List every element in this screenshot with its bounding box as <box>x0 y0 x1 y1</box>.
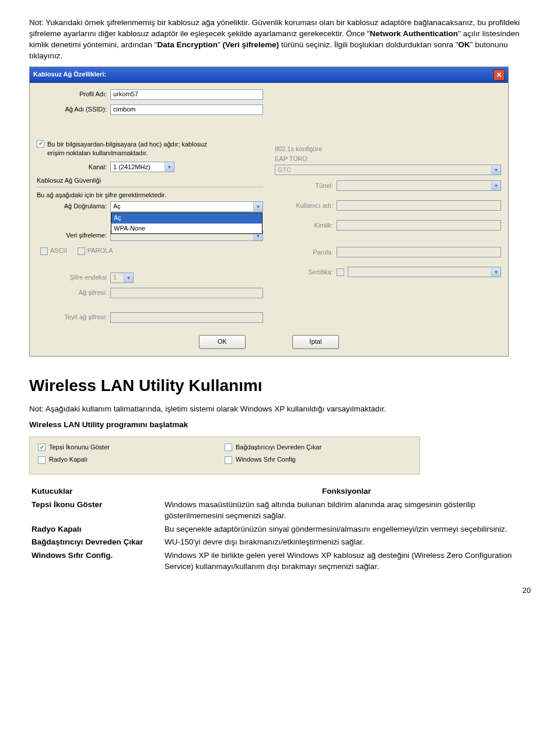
section-heading: Wireless LAN Utility Kullanımı <box>29 374 531 397</box>
ok-button[interactable]: OK <box>199 335 246 349</box>
usage-note: Not: Aşağıdaki kullanım talimatlarında, … <box>29 404 531 415</box>
ascii-checkbox <box>40 247 48 255</box>
username-label: Kullanıcı adı: <box>275 201 337 210</box>
chevron-down-icon: ▼ <box>491 267 501 277</box>
username-input <box>337 200 501 211</box>
options-box-figure: ✔ Tepsi İkonunu Göster Radyo Kapalı Bağd… <box>29 437 420 474</box>
parola-label: PAROLA <box>88 246 113 255</box>
table-row: Radyo Kapalı Bu seçenekle adaptörünüzün … <box>29 523 531 536</box>
auth-combo[interactable]: Aç ▼ Aç WPA-None <box>110 201 263 212</box>
key-index-label: Şifre endeksi <box>37 273 110 282</box>
channel-label: Kanal: <box>37 163 110 172</box>
close-icon[interactable]: ✕ <box>494 69 505 81</box>
chevron-down-icon: ▼ <box>491 165 501 174</box>
row2-name: Radyo Kapalı <box>29 523 162 536</box>
adhoc-checkbox-label: Bu bir bilgisayardan-bilgisayara (ad hoc… <box>47 140 222 158</box>
chevron-down-icon: ▼ <box>124 273 133 282</box>
auth-option-open[interactable]: Aç <box>111 213 262 223</box>
table-header-functions: Fonksiyonlar <box>162 485 531 498</box>
radio-off-label: Radyo Kapalı <box>49 455 88 464</box>
eap-config-label-2: EAP TÜRÜ: <box>275 155 501 163</box>
tunnel-label: Tünel: <box>275 181 337 190</box>
table-row: Bağdaştırıcıyı Devreden Çıkar WU-150'yi … <box>29 536 531 549</box>
eap-config-label-1: 802.1x konfigüre <box>275 145 501 153</box>
start-utility-heading: Wireless LAN Utility programını başlatma… <box>29 420 531 431</box>
page-number: 20 <box>29 585 531 596</box>
password-input <box>337 247 501 257</box>
password-label: Parola: <box>275 248 337 257</box>
tray-icon-checkbox[interactable]: ✔ <box>38 444 46 451</box>
ssid-label: Ağ Adı (SSID): <box>37 105 110 114</box>
auth-dropdown-list: Aç WPA-None <box>111 212 262 234</box>
auth-option-wpanone[interactable]: WPA-None <box>111 224 262 233</box>
row4-name: Windows Sıfır Config. <box>29 549 162 574</box>
profile-name-label: Profil Adı: <box>37 90 110 99</box>
key-index-combo: 1 ▼ <box>110 273 134 283</box>
table-header-boxes: Kutucuklar <box>29 485 162 498</box>
dialog-title: Kablosuz Ağ Özellikleri: <box>33 70 106 79</box>
windows-zero-checkbox[interactable] <box>225 456 232 464</box>
certificate-label: Sertifika: <box>275 268 337 277</box>
windows-zero-label: Windows Sıfır Config <box>236 455 296 464</box>
table-row: Tepsi İkonu Göster Windows masaüstünüzün… <box>29 498 531 523</box>
confirm-key-input <box>110 312 263 323</box>
tray-icon-label: Tepsi İkonunu Göster <box>49 443 110 452</box>
network-key-input <box>110 288 263 298</box>
cancel-button[interactable]: İptal <box>292 335 339 349</box>
encryption-label: Veri şifreleme: <box>37 231 110 240</box>
row2-desc: Bu seçenekle adaptörünüzün sinyal gönder… <box>162 523 531 536</box>
security-desc: Bu ağ aşağıdaki için bir şifre gerektirm… <box>37 191 263 200</box>
auth-label: Ağ Doğrulama: <box>37 202 110 211</box>
identity-input <box>337 220 501 231</box>
certificate-checkbox <box>337 268 344 276</box>
channel-combo[interactable]: 1 (2412MHz) ▼ <box>110 162 174 172</box>
security-section-label: Kablosuz Ağ Güvenliği <box>37 176 263 185</box>
dialog-titlebar: Kablosuz Ağ Özellikleri: ✕ <box>30 67 508 83</box>
row3-desc: WU-150'yi devre dışı bırakmanızı/etkinle… <box>162 536 531 549</box>
parola-checkbox <box>78 247 85 255</box>
eap-type-combo: GTC ▼ <box>275 165 501 175</box>
radio-off-checkbox[interactable] <box>38 456 46 464</box>
row3-name: Bağdaştırıcıyı Devreden Çıkar <box>29 536 162 549</box>
adhoc-checkbox[interactable]: ✔ <box>37 140 44 148</box>
certificate-combo: ▼ <box>348 267 501 277</box>
profile-name-input[interactable]: urkom57 <box>110 89 263 100</box>
disable-adapter-label: Bağdaştırıcıyı Devreden Çıkar <box>236 443 321 452</box>
intro-paragraph: Not: Yukarıdaki örnek şifrelenmemiş bir … <box>29 18 531 62</box>
row1-desc: Windows masaüstünüzün sağ altında buluna… <box>162 498 531 523</box>
wireless-properties-dialog: Kablosuz Ağ Özellikleri: ✕ Profil Adı: u… <box>29 67 509 357</box>
chevron-down-icon: ▼ <box>253 202 262 211</box>
tunnel-combo: ▼ <box>337 180 501 191</box>
chevron-down-icon: ▼ <box>491 181 501 190</box>
chevron-down-icon: ▼ <box>164 162 174 172</box>
confirm-key-label: Teyit ağ şifresi: <box>37 313 110 322</box>
network-key-label: Ağ şifresi: <box>37 288 110 297</box>
options-description-table: Kutucuklar Fonksiyonlar Tepsi İkonu Göst… <box>29 485 531 574</box>
identity-label: Kimlik: <box>275 221 337 230</box>
table-row: Windows Sıfır Config. Windows XP ile bir… <box>29 549 531 574</box>
row4-desc: Windows XP ile birlikte gelen yerel Wind… <box>162 549 531 574</box>
ssid-input[interactable]: cimbom <box>110 104 263 115</box>
disable-adapter-checkbox[interactable] <box>225 444 232 451</box>
ascii-label: ASCII <box>50 246 67 255</box>
row1-name: Tepsi İkonu Göster <box>29 498 162 523</box>
